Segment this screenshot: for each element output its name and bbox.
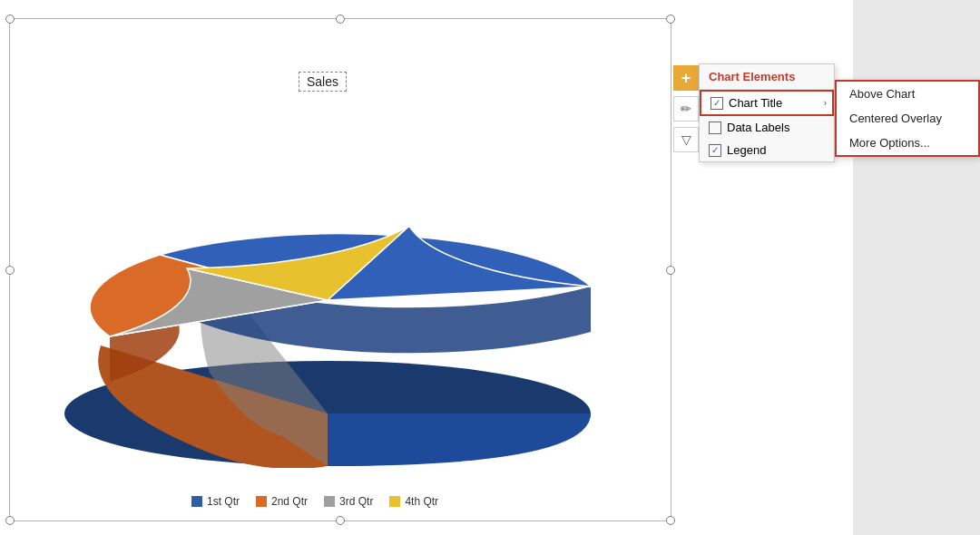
handle-bottom-left[interactable] [5, 516, 15, 525]
legend-color-2nd [256, 496, 267, 507]
legend-label-1st: 1st Qtr [207, 495, 240, 508]
legend-checkbox[interactable]: ✓ [709, 144, 721, 157]
legend-color-3rd [324, 496, 335, 507]
handle-top-right[interactable] [666, 15, 675, 24]
handle-bottom-center[interactable] [336, 516, 345, 525]
submenu-item-centered-overlay[interactable]: Centered Overlay [837, 106, 978, 131]
filter-icon: ▽ [681, 132, 691, 147]
panel-header: Chart Elements [700, 64, 834, 90]
handle-mid-left[interactable] [5, 266, 15, 275]
add-chart-element-button[interactable]: + [673, 65, 699, 91]
legend-item-2nd: 2nd Qtr [256, 495, 308, 508]
submenu-chevron: › [824, 98, 827, 108]
legend-item-3rd: 3rd Qtr [324, 495, 373, 508]
legend-item-4th: 4th Qtr [389, 495, 438, 508]
plus-icon: + [681, 69, 691, 88]
handle-mid-right[interactable] [666, 266, 675, 275]
chart-styles-button[interactable]: ✏ [673, 96, 699, 122]
panel-item-chart-title-label: Chart Title [729, 96, 782, 110]
above-chart-label: Above Chart [849, 87, 915, 101]
panel-header-text: Chart Elements [709, 70, 795, 83]
pie-chart-svg [28, 92, 645, 468]
handle-bottom-right[interactable] [666, 516, 675, 525]
data-labels-checkbox[interactable] [709, 122, 721, 134]
panel-item-legend-label: Legend [727, 143, 766, 157]
centered-overlay-label: Centered Overlay [849, 112, 942, 125]
chart-title-text: Sales [307, 74, 338, 89]
legend-color-1st [191, 496, 202, 507]
chart-filters-button[interactable]: ▽ [673, 127, 699, 152]
legend-item-1st: 1st Qtr [191, 495, 240, 508]
legend-label-2nd: 2nd Qtr [271, 495, 308, 508]
brush-icon: ✏ [681, 102, 691, 116]
chart-area: Sales [9, 18, 671, 521]
panel-item-data-labels-label: Data Labels [727, 121, 789, 134]
more-options-label: More Options... [849, 136, 930, 150]
chart-title-checkbox[interactable]: ✓ [710, 97, 723, 110]
submenu-item-more-options[interactable]: More Options... [837, 131, 978, 155]
chart-title-submenu: Above Chart Centered Overlay More Option… [835, 80, 980, 157]
chart-elements-panel: Chart Elements ✓ Chart Title › Data Labe… [699, 63, 835, 162]
handle-top-center[interactable] [336, 15, 345, 24]
handle-top-left[interactable] [5, 15, 15, 24]
panel-item-legend[interactable]: ✓ Legend [700, 139, 834, 161]
submenu-item-above-chart[interactable]: Above Chart [837, 82, 978, 106]
pie-side-blue [328, 413, 591, 466]
chart-legend: 1st Qtr 2nd Qtr 3rd Qtr 4th Qtr [191, 495, 438, 508]
chart-title[interactable]: Sales [299, 72, 347, 92]
panel-item-chart-title[interactable]: ✓ Chart Title › [700, 90, 834, 116]
legend-label-4th: 4th Qtr [405, 495, 438, 508]
pie-chart-container [28, 92, 645, 472]
legend-color-4th [389, 496, 400, 507]
panel-item-data-labels[interactable]: Data Labels [700, 116, 834, 139]
legend-label-3rd: 3rd Qtr [339, 495, 373, 508]
